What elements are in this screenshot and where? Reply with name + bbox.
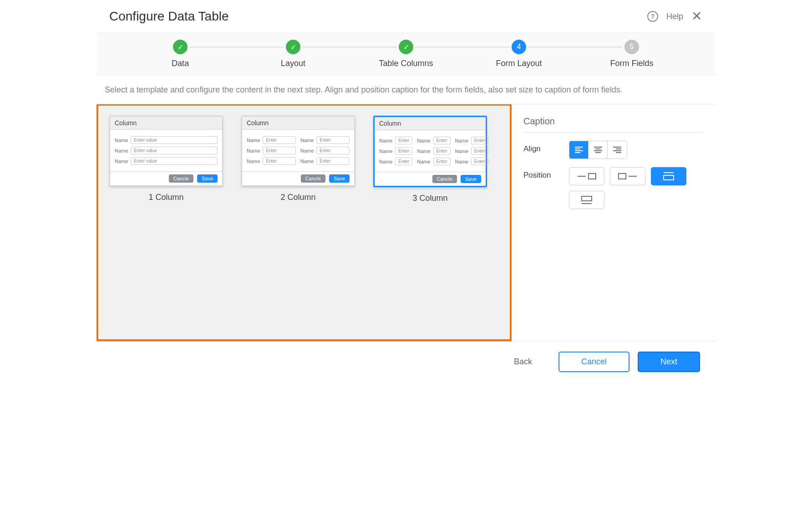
template-cancel-button: Cancle (169, 174, 193, 183)
position-label: Position (523, 167, 569, 180)
align-center-button[interactable] (589, 141, 608, 158)
template-option-1-column[interactable]: Column NameEnter value NameEnter value N… (109, 116, 223, 202)
position-bottom-icon (580, 194, 594, 205)
template-cancel-button: Cancle (432, 175, 457, 183)
help-label[interactable]: Help (666, 12, 683, 21)
help-icon[interactable]: ? (647, 11, 658, 22)
position-left-icon (577, 172, 597, 180)
template-column-header: Column (110, 117, 222, 130)
step-label: Data (124, 59, 237, 68)
position-left-button[interactable] (569, 167, 604, 185)
template-column-header: Column (242, 117, 354, 130)
svg-rect-17 (664, 175, 674, 180)
svg-rect-18 (582, 196, 592, 201)
close-icon[interactable]: ✕ (691, 10, 702, 23)
template-label: 1 Column (148, 193, 183, 202)
dialog-title: Configure Data Table (109, 9, 229, 24)
template-option-3-column[interactable]: Column NameEnter NameEnter NameEnter Nam… (373, 116, 487, 203)
step-layout[interactable]: ✓ Layout (237, 40, 350, 68)
position-right-button[interactable] (610, 167, 645, 185)
template-save-button: Save (197, 174, 218, 183)
align-center-icon (594, 146, 603, 153)
back-button[interactable]: Back (514, 357, 532, 367)
step-data[interactable]: ✓ Data (124, 40, 237, 68)
step-label: Layout (237, 59, 350, 68)
align-right-icon (613, 146, 622, 153)
cancel-button[interactable]: Cancel (558, 352, 629, 372)
caption-align-row: Align (523, 141, 704, 159)
template-label: 3 Column (412, 194, 447, 203)
position-button-group (569, 167, 696, 209)
template-cancel-button: Cancle (301, 174, 325, 183)
template-column-header: Column (375, 117, 486, 130)
step-number-icon: 4 (512, 40, 526, 54)
step-table-columns[interactable]: ✓ Table Columns (350, 40, 462, 68)
template-label: 2 Column (280, 193, 315, 202)
template-save-button: Save (329, 174, 350, 183)
step-label: Form Layout (462, 59, 575, 68)
caption-position-row: Position (523, 167, 704, 209)
step-label: Table Columns (350, 59, 462, 68)
template-save-button: Save (461, 175, 481, 183)
align-label: Align (523, 141, 569, 153)
step-form-layout[interactable]: 4 Form Layout (462, 40, 575, 68)
svg-rect-13 (589, 174, 596, 179)
align-left-button[interactable] (569, 141, 589, 158)
caption-heading: Caption (523, 116, 704, 133)
step-form-fields[interactable]: 5 Form Fields (575, 40, 688, 68)
position-right-icon (618, 172, 638, 180)
instruction-text: Select a template and configure the cont… (96, 75, 716, 104)
checkmark-icon: ✓ (286, 40, 300, 54)
caption-pane: Caption Align (512, 104, 716, 341)
configure-data-table-dialog: Configure Data Table ? Help ✕ ✓ Data ✓ L… (96, 0, 716, 382)
step-number-icon: 5 (624, 40, 639, 54)
template-option-2-column[interactable]: Column NameEnter NameEnter NameEnter Nam… (241, 116, 355, 202)
svg-rect-14 (619, 174, 626, 179)
wizard-stepper: ✓ Data ✓ Layout ✓ Table Columns 4 Form L… (96, 33, 716, 75)
align-left-icon (574, 146, 584, 153)
align-segmented-control (569, 141, 627, 159)
position-top-button[interactable] (651, 167, 686, 185)
next-button[interactable]: Next (638, 352, 700, 372)
position-top-icon (662, 171, 675, 182)
checkmark-icon: ✓ (399, 40, 413, 54)
align-right-button[interactable] (608, 141, 627, 158)
templates-pane: Column NameEnter value NameEnter value N… (96, 104, 512, 341)
dialog-header: Configure Data Table ? Help ✕ (96, 0, 716, 33)
checkmark-icon: ✓ (173, 40, 188, 54)
step-label: Form Fields (575, 59, 688, 68)
dialog-footer: Back Cancel Next (96, 341, 716, 382)
position-bottom-button[interactable] (569, 191, 604, 209)
